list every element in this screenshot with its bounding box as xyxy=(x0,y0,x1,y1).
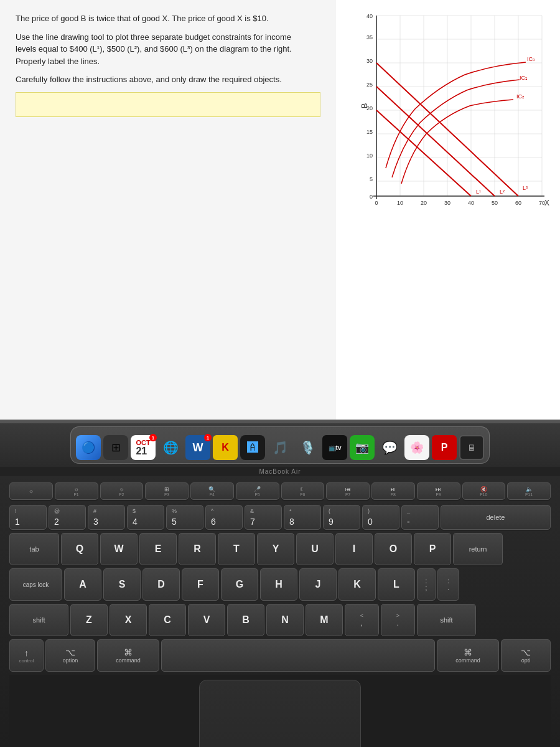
key-u[interactable]: U xyxy=(296,533,334,565)
key-0[interactable]: ) 0 xyxy=(362,505,399,530)
key-r[interactable]: R xyxy=(179,533,216,565)
key-s[interactable]: S xyxy=(103,568,141,601)
key-fn[interactable]: ☼ xyxy=(9,482,53,500)
key-i[interactable]: I xyxy=(335,533,373,565)
key-f6[interactable]: ☾ F6 xyxy=(281,482,325,500)
graph-container: B X 0 5 10 15 20 25 30 35 40 0 10 xyxy=(348,9,554,221)
key-4[interactable]: $ 4 xyxy=(127,505,164,530)
dock-item-k[interactable]: K xyxy=(213,435,238,460)
key-l[interactable]: L xyxy=(378,568,415,601)
key-f[interactable]: F xyxy=(182,568,219,601)
key-c[interactable]: C xyxy=(149,604,186,636)
key-2[interactable]: @ 2 xyxy=(49,505,86,530)
key-y[interactable]: Y xyxy=(257,533,294,565)
svg-text:20: 20 xyxy=(421,200,427,206)
key-1[interactable]: ! 1 xyxy=(9,505,47,530)
dock-item-tv[interactable]: 📺tv xyxy=(322,435,347,460)
question-line1: The price of good B is twice that of goo… xyxy=(16,12,320,25)
key-space[interactable] xyxy=(161,639,435,672)
svg-text:IC₁: IC₁ xyxy=(520,75,528,81)
right-panel: B X 0 5 10 15 20 25 30 35 40 0 10 xyxy=(336,0,560,420)
key-f1[interactable]: ☼ F1 xyxy=(55,482,98,500)
dock-item-p[interactable]: P xyxy=(432,435,457,460)
dock-item-app[interactable]: 🅰 xyxy=(240,435,265,460)
dock-item-music[interactable]: 🎵 xyxy=(268,435,292,460)
key-d[interactable]: D xyxy=(142,568,180,601)
key-j[interactable]: J xyxy=(299,568,337,601)
trackpad[interactable] xyxy=(199,680,361,747)
svg-text:30: 30 xyxy=(444,200,450,206)
key-8[interactable]: * 8 xyxy=(284,505,321,530)
key-option-right[interactable]: ⌥ opti xyxy=(501,639,551,672)
key-minus[interactable]: _ - xyxy=(401,505,439,530)
key-semicolon[interactable]: : ; xyxy=(417,568,436,601)
key-e[interactable]: E xyxy=(139,533,177,565)
dock-item-screen[interactable]: 🖥 xyxy=(459,435,484,460)
dock-item-word[interactable]: W 1 xyxy=(185,435,210,460)
key-3[interactable]: # 3 xyxy=(88,505,125,530)
key-shift-left[interactable]: shift xyxy=(9,604,68,636)
key-f2[interactable]: ☼ F2 xyxy=(100,482,144,500)
key-f4[interactable]: 🔍 F4 xyxy=(190,482,234,500)
svg-text:50: 50 xyxy=(492,200,498,206)
key-dots[interactable]: : . xyxy=(437,568,459,601)
instruction-highlight-box xyxy=(16,92,320,117)
key-n[interactable]: N xyxy=(266,604,304,636)
key-f5[interactable]: 🎤 F5 xyxy=(236,482,279,500)
key-f3[interactable]: ⊞ F3 xyxy=(145,482,189,500)
key-5[interactable]: % 5 xyxy=(166,505,203,530)
key-m[interactable]: M xyxy=(306,604,343,636)
key-period[interactable]: > . xyxy=(381,604,415,636)
dock-item-calendar[interactable]: OCT21 1 xyxy=(131,435,156,460)
key-a[interactable]: A xyxy=(64,568,101,601)
key-7[interactable]: & 7 xyxy=(245,505,282,530)
key-f9[interactable]: ⏭ F9 xyxy=(417,482,460,500)
key-w[interactable]: W xyxy=(100,533,138,565)
svg-text:15: 15 xyxy=(366,129,373,135)
content-area: The price of good B is twice that of goo… xyxy=(0,0,560,420)
key-k[interactable]: K xyxy=(338,568,376,601)
svg-text:25: 25 xyxy=(366,82,373,88)
key-b[interactable]: B xyxy=(227,604,264,636)
dock-item-launchpad[interactable]: ⊞ xyxy=(103,435,128,460)
dock-item-podcast[interactable]: 🎙️ xyxy=(295,435,320,460)
key-tab[interactable]: tab xyxy=(9,533,59,565)
key-p[interactable]: P xyxy=(414,533,451,565)
key-9[interactable]: ( 9 xyxy=(323,505,360,530)
svg-text:L²: L² xyxy=(500,189,505,195)
key-delete[interactable]: delete xyxy=(441,505,551,530)
dock-item-photos[interactable]: 🌸 xyxy=(404,435,429,460)
svg-text:0: 0 xyxy=(370,194,373,200)
key-return[interactable]: return xyxy=(453,533,503,565)
svg-text:70: 70 xyxy=(539,200,545,206)
key-q[interactable]: Q xyxy=(61,533,98,565)
graph-svg: B X 0 5 10 15 20 25 30 35 40 0 10 xyxy=(348,9,554,221)
key-z[interactable]: Z xyxy=(70,604,108,636)
key-f10[interactable]: 🔇 F10 xyxy=(462,482,506,500)
key-caps[interactable]: caps lock xyxy=(9,568,62,601)
key-f7[interactable]: ⏮ F7 xyxy=(326,482,370,500)
key-t[interactable]: T xyxy=(218,533,255,565)
key-f11[interactable]: 🔈 F11 xyxy=(507,482,551,500)
dock-item-finder[interactable]: 🔵 xyxy=(76,435,101,460)
key-x[interactable]: X xyxy=(110,604,147,636)
key-h[interactable]: H xyxy=(260,568,297,601)
key-shift-right[interactable]: shift xyxy=(417,604,476,636)
key-v[interactable]: V xyxy=(188,604,225,636)
svg-text:10: 10 xyxy=(366,153,373,159)
key-6[interactable]: ^ 6 xyxy=(205,505,243,530)
dock-item-facetime[interactable]: 📷 xyxy=(350,435,375,460)
key-fn-bottom[interactable]: ↑ control xyxy=(9,639,44,672)
key-g[interactable]: G xyxy=(221,568,258,601)
key-o[interactable]: O xyxy=(375,533,412,565)
keyboard-area: ☼ ☼ F1 ☼ F2 ⊞ F3 🔍 F4 xyxy=(0,476,560,747)
dock-item-chrome[interactable]: 🌐 xyxy=(158,435,183,460)
dock-item-messages[interactable]: 💬 xyxy=(377,435,402,460)
bottom-row: ↑ control ⌥ option ⌘ command ⌘ command ⌥… xyxy=(9,639,551,672)
key-command-left[interactable]: ⌘ command xyxy=(97,639,159,672)
key-option-left[interactable]: ⌥ option xyxy=(45,639,95,672)
svg-line-39 xyxy=(376,87,495,196)
key-f8[interactable]: ⏯ F8 xyxy=(371,482,415,500)
key-command-right[interactable]: ⌘ command xyxy=(437,639,499,672)
key-comma[interactable]: < , xyxy=(345,604,379,636)
